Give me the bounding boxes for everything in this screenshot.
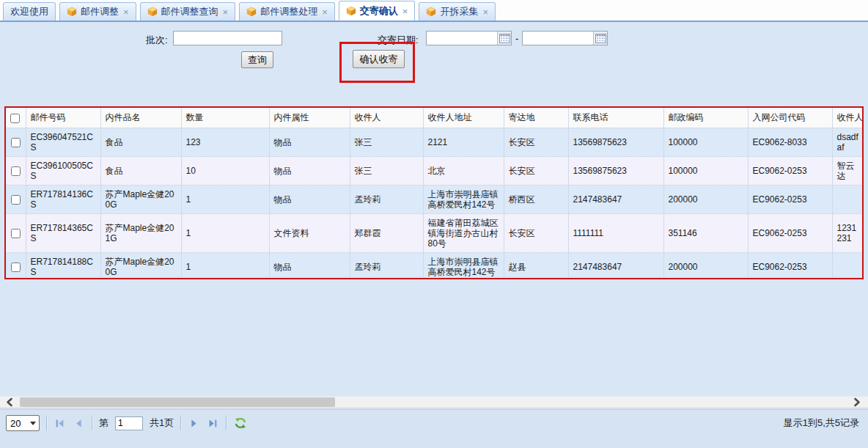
tab-label: 邮件调整查询 [161,5,218,18]
cell-item-attr: 文件资料 [269,214,350,253]
tab-label: 交寄确认 [360,4,398,18]
row-checkbox[interactable] [11,138,21,147]
column-header[interactable]: 收件人单 [832,108,862,128]
first-page-button[interactable] [54,417,66,429]
cell-mail-number: ER717814136CS [26,186,100,214]
cell-recipient-unit: dsadfaf [832,128,862,157]
cell-quantity: 10 [181,157,269,186]
column-header[interactable]: 收件人 [350,108,423,128]
calendar-icon[interactable] [593,32,607,45]
table-row[interactable]: ER717814365CS 苏产Maple金健201G 1 文件资料 郑群霞 福… [6,214,862,253]
cell-phone: 1111111 [568,214,663,253]
calendar-icon[interactable] [497,32,511,45]
delivery-date-label: 交寄日期: [378,34,419,47]
tab-open-collect[interactable]: 开拆采集 × [419,2,496,21]
cell-phone: 13569875623 [568,157,663,186]
cell-postcode: 351146 [663,214,748,253]
cell-company-code: EC9062-0253 [748,186,832,214]
date-to-input[interactable] [523,32,593,45]
cell-postcode: 100000 [663,157,748,186]
row-checkbox[interactable] [11,229,21,238]
date-from-field [426,31,512,45]
cell-item-attr: 物品 [269,128,350,157]
page-number-input[interactable] [115,416,143,430]
scroll-left-icon[interactable] [2,397,17,408]
cell-recipient: 张三 [350,128,423,157]
scrollbar-thumb[interactable] [20,397,335,407]
cell-item-name: 苏产Maple金健200G [100,186,181,214]
row-checkbox-cell [6,253,26,279]
row-checkbox-cell [6,128,26,157]
confirm-receive-button[interactable]: 确认收寄 [353,50,405,68]
row-checkbox-cell [6,186,26,214]
cell-company-code: EC9062-0253 [748,253,832,279]
cell-destination: 长安区 [504,128,568,157]
table-row[interactable]: ER717814188CS 苏产Maple金健200G 1 物品 孟玲莉 上海市… [6,253,862,279]
tab-mail-adjust-process[interactable]: 邮件调整处理 × [239,2,335,21]
column-header[interactable]: 收件人地址 [423,108,504,128]
cell-company-code: EC9062-8033 [748,128,832,157]
tab-close-icon[interactable]: × [123,7,129,18]
tab-delivery-confirm[interactable]: 交寄确认 × [339,1,416,21]
prev-page-button[interactable] [73,417,85,429]
cell-item-name: 苏产Maple金健200G [100,253,181,279]
column-header[interactable]: 入网公司代码 [748,108,832,128]
cell-recipient: 孟玲莉 [350,186,423,214]
toolbar-separator [226,416,227,430]
row-checkbox[interactable] [11,262,21,272]
refresh-icon[interactable] [233,417,248,429]
tab-mail-adjust-query[interactable]: 邮件调整查询 × [140,2,236,21]
tab-close-icon[interactable]: × [482,7,488,18]
cell-address: 上海市崇明县庙镇高桥爱民村142号 [423,186,504,214]
column-header[interactable]: 内件属性 [269,108,350,128]
tab-label: 邮件调整 [81,5,119,18]
column-header[interactable]: 联系电话 [568,108,663,128]
scroll-right-icon[interactable] [850,397,864,408]
cell-postcode: 200000 [663,186,748,214]
row-checkbox[interactable] [11,195,21,205]
cell-address: 福建省莆田荔城区镇海街道办古山村80号 [423,214,504,253]
cell-recipient-unit [832,253,862,279]
cell-address: 北京 [423,157,504,186]
cell-destination: 长安区 [504,157,568,186]
package-icon [426,7,436,17]
select-all-checkbox[interactable] [10,114,20,123]
row-checkbox[interactable] [11,166,21,176]
tab-mail-adjust[interactable]: 邮件调整 × [59,2,136,21]
pagination-toolbar: 20 第 共1页 显示1到5,共5记录 [0,409,868,448]
column-header[interactable]: 寄达地 [504,108,568,128]
query-button[interactable]: 查询 [241,51,273,68]
page-size-select[interactable]: 20 [6,415,40,431]
cell-recipient-unit [832,186,862,214]
cell-item-name: 食品 [100,157,181,186]
table-row[interactable]: EC396047521CS 食品 123 物品 张三 2121 长安区 1356… [6,128,862,157]
toolbar-separator [180,416,181,430]
cell-recipient: 张三 [350,157,423,186]
tab-close-icon[interactable]: × [322,7,328,18]
batch-input[interactable] [173,31,282,45]
cell-postcode: 200000 [663,253,748,279]
record-count-status: 显示1到5,共5记录 [784,416,862,430]
tab-label: 邮件调整处理 [260,5,317,18]
column-header[interactable]: 内件品名 [100,108,181,128]
tab-close-icon[interactable]: × [223,7,229,18]
column-header[interactable]: 数量 [181,108,269,128]
tab-welcome[interactable]: 欢迎使用 [3,2,56,21]
date-from-input[interactable] [427,32,497,45]
tab-close-icon[interactable]: × [402,6,408,17]
cell-item-name: 食品 [100,128,181,157]
column-header[interactable]: 邮政编码 [663,108,748,128]
page-suffix-label: 共1页 [150,416,174,430]
column-header[interactable]: 邮件号码 [26,108,100,128]
horizontal-scrollbar [0,396,868,408]
cell-mail-number: ER717814365CS [26,214,100,253]
batch-label: 批次: [146,34,168,47]
last-page-button[interactable] [207,417,219,429]
cell-mail-number: EC396047521CS [26,128,100,157]
cell-recipient: 郑群霞 [350,214,423,253]
page-size-select-wrap: 20 [6,415,40,431]
cell-mail-number: EC396100505CS [26,157,100,186]
table-row[interactable]: ER717814136CS 苏产Maple金健200G 1 物品 孟玲莉 上海市… [6,186,862,214]
table-row[interactable]: EC396100505CS 食品 10 物品 张三 北京 长安区 1356987… [6,157,862,186]
next-page-button[interactable] [188,417,200,429]
